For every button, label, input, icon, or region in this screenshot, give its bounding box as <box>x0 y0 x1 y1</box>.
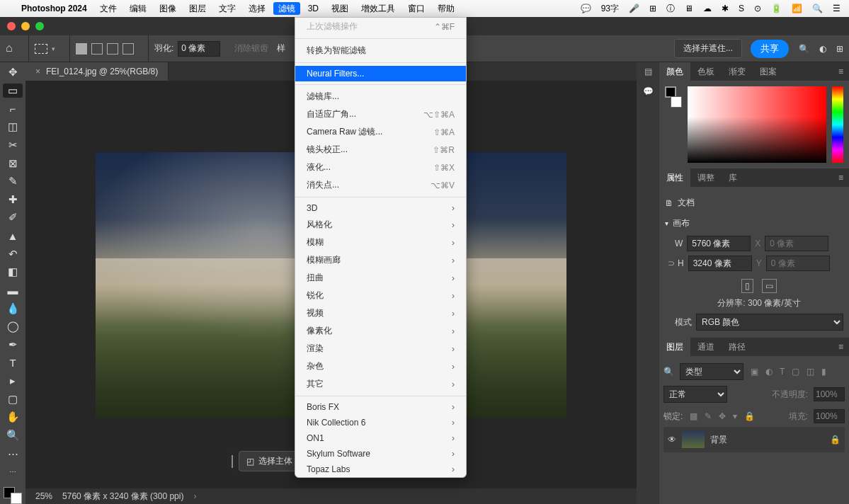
history-brush-tool[interactable]: ↶ <box>3 246 23 261</box>
eraser-tool[interactable]: ◧ <box>3 265 23 280</box>
maximize-window-button[interactable] <box>35 22 44 30</box>
layer-filter-select[interactable]: 类型 <box>680 363 743 380</box>
filter-gallery-item[interactable]: 滤镜库... <box>295 88 466 105</box>
filter-icon[interactable]: 🔍 <box>663 367 674 377</box>
menu-3d[interactable]: 3D <box>308 4 319 13</box>
width-input[interactable] <box>687 236 751 251</box>
user-icon[interactable]: ⊙ <box>754 4 761 13</box>
wifi-icon[interactable]: 📶 <box>792 4 802 13</box>
color-swatches[interactable] <box>4 487 22 504</box>
blend-mode-select[interactable]: 正常 <box>663 386 727 403</box>
hue-slider[interactable] <box>832 86 843 163</box>
select-and-mask-button[interactable]: 选择并遮住... <box>674 39 742 58</box>
menu-image[interactable]: 图像 <box>159 3 176 15</box>
marquee-tool-icon[interactable] <box>35 44 47 54</box>
submenu-distort[interactable]: 扭曲› <box>295 269 466 287</box>
home-icon[interactable]: ⌂ <box>6 42 20 56</box>
type-tool[interactable]: T <box>3 355 23 370</box>
tab-libraries[interactable]: 库 <box>722 168 744 187</box>
chevron-down-icon[interactable]: ▾ <box>665 219 668 227</box>
lens-correct-item[interactable]: 镜头校正...⇧⌘R <box>295 141 466 159</box>
menu-window[interactable]: 窗口 <box>408 3 425 15</box>
move-tool[interactable]: ✥ <box>3 65 23 80</box>
tab-properties[interactable]: 属性 <box>659 168 690 187</box>
more-tools[interactable]: ⋯ <box>3 446 23 461</box>
spotlight-icon[interactable]: 🔍 <box>812 4 823 13</box>
battery-icon[interactable]: 🔋 <box>771 4 782 13</box>
stamp-tool[interactable]: ▲ <box>3 229 23 244</box>
panel-icon-2[interactable]: 💬 <box>643 86 654 96</box>
submenu-noise[interactable]: 杂色› <box>295 357 466 375</box>
submenu-topaz[interactable]: Topaz Labs› <box>295 462 466 477</box>
intersect-selection-icon[interactable] <box>122 43 134 55</box>
lasso-tool[interactable]: ⌐ <box>3 101 23 116</box>
mic-icon[interactable]: 🎤 <box>629 4 639 13</box>
rect-tool[interactable]: ▢ <box>3 392 23 407</box>
object-select-tool[interactable]: ◫ <box>3 120 23 134</box>
menu-file[interactable]: 文件 <box>100 3 117 15</box>
wechat-icon[interactable]: 💬 <box>581 4 591 13</box>
filter-pixel-icon[interactable]: ▣ <box>751 367 758 377</box>
workspace-icon[interactable]: ⊞ <box>836 44 843 54</box>
x-input[interactable] <box>765 236 828 251</box>
submenu-other[interactable]: 其它› <box>295 375 466 393</box>
document-tab[interactable]: × FEI_0124.jpg @ 25%(RGB/8) <box>25 62 169 81</box>
submenu-stylize[interactable]: 风格化› <box>295 216 466 234</box>
menu-layer[interactable]: 图层 <box>189 3 206 15</box>
adaptive-wide-item[interactable]: 自适应广角...⌥⇧⌘A <box>295 105 466 123</box>
hand-tool[interactable]: ✋ <box>3 410 23 425</box>
tab-gradients[interactable]: 渐变 <box>722 62 753 81</box>
doc-info[interactable]: 5760 像素 x 3240 像素 (300 ppi) <box>62 491 183 503</box>
eyedropper-tool[interactable]: ✎ <box>3 174 23 189</box>
submenu-render[interactable]: 渲染› <box>295 340 466 357</box>
search-icon[interactable]: 🔍 <box>799 44 809 54</box>
filter-smart-icon[interactable]: ◫ <box>807 367 814 377</box>
tab-patterns[interactable]: 图案 <box>753 62 784 81</box>
menu-view[interactable]: 视图 <box>331 3 348 15</box>
height-input[interactable] <box>688 256 752 271</box>
bluetooth-icon[interactable]: ✱ <box>722 4 729 13</box>
frame-tool[interactable]: ⊠ <box>3 156 23 171</box>
tab-color[interactable]: 颜色 <box>659 62 690 81</box>
gradient-tool[interactable]: ▬ <box>3 283 23 298</box>
panel-menu-icon[interactable]: ≡ <box>833 67 849 76</box>
opacity-input[interactable] <box>814 387 845 401</box>
submenu-blur[interactable]: 模糊› <box>295 234 466 251</box>
filter-shape-icon[interactable]: ▢ <box>792 367 799 377</box>
smart-filter-item[interactable]: 转换为智能滤镜 <box>295 42 466 59</box>
zoom-tool[interactable]: 🔍 <box>3 428 23 443</box>
panel-menu-icon[interactable]: ≡ <box>833 342 849 352</box>
crop-tool[interactable]: ✂ <box>3 138 23 153</box>
camera-raw-item[interactable]: Camera Raw 滤镜...⇧⌘A <box>295 123 466 141</box>
fg-bg-swatch[interactable] <box>665 86 682 108</box>
menu-filter[interactable]: 滤镜 <box>278 3 295 15</box>
color-field[interactable] <box>688 86 826 163</box>
pen-tool[interactable]: ✒ <box>3 338 23 353</box>
color-mode-select[interactable]: RGB 颜色 <box>696 314 843 331</box>
path-select-tool[interactable]: ▸ <box>3 374 23 389</box>
submenu-borisfx[interactable]: Boris FX› <box>295 399 466 415</box>
tab-adjust[interactable]: 调整 <box>690 168 722 187</box>
submenu-on1[interactable]: ON1› <box>295 430 466 446</box>
landscape-icon[interactable]: ▭ <box>762 279 777 293</box>
dropdown-icon[interactable]: ▾ <box>52 45 55 52</box>
menu-plugins[interactable]: 增效工具 <box>361 3 395 15</box>
filter-adjust-icon[interactable]: ◐ <box>765 367 773 377</box>
new-selection-icon[interactable] <box>76 43 87 55</box>
submenu-3d[interactable]: 3D› <box>295 200 466 216</box>
share-button[interactable]: 共享 <box>751 40 789 58</box>
fill-input[interactable] <box>814 409 845 423</box>
select-subject-button[interactable]: ◰选择主体 <box>239 451 300 471</box>
help-icon[interactable]: ◐ <box>819 44 826 54</box>
control-center-icon[interactable]: ☰ <box>833 4 841 13</box>
s-icon[interactable]: S <box>739 4 744 13</box>
add-selection-icon[interactable] <box>91 43 103 55</box>
cloud-icon[interactable]: ☁ <box>703 4 712 13</box>
feather-input[interactable] <box>178 41 220 57</box>
menu-edit[interactable]: 编辑 <box>130 3 147 15</box>
tab-paths[interactable]: 路径 <box>722 338 753 356</box>
minimize-window-button[interactable] <box>21 22 30 30</box>
submenu-nik[interactable]: Nik Collection 6› <box>295 415 466 430</box>
menu-text[interactable]: 文字 <box>219 3 236 15</box>
submenu-blur-gallery[interactable]: 模糊画廊› <box>295 251 466 269</box>
